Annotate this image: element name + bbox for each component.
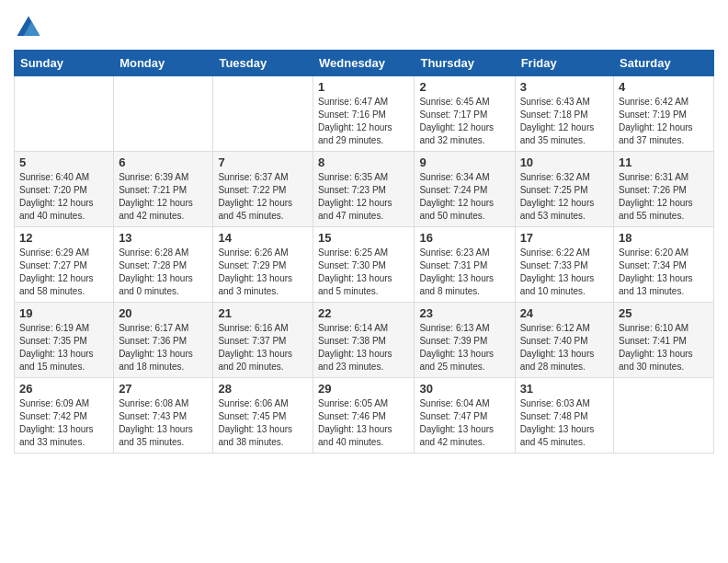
day-info: Sunrise: 6:34 AM Sunset: 7:24 PM Dayligh… (419, 171, 509, 223)
day-info: Sunrise: 6:42 AM Sunset: 7:19 PM Dayligh… (619, 96, 709, 147)
weekday-header-monday: Monday (114, 51, 213, 76)
week-row-4: 19Sunrise: 6:19 AM Sunset: 7:35 PM Dayli… (15, 303, 714, 378)
day-info: Sunrise: 6:12 AM Sunset: 7:40 PM Dayligh… (520, 322, 609, 373)
calendar-cell: 6Sunrise: 6:39 AM Sunset: 7:21 PM Daylig… (114, 152, 213, 227)
calendar-cell: 24Sunrise: 6:12 AM Sunset: 7:40 PM Dayli… (515, 303, 613, 378)
calendar-cell: 13Sunrise: 6:28 AM Sunset: 7:28 PM Dayli… (114, 227, 213, 303)
calendar-cell: 5Sunrise: 6:40 AM Sunset: 7:20 PM Daylig… (15, 152, 114, 227)
day-number: 22 (318, 306, 409, 320)
page: SundayMondayTuesdayWednesdayThursdayFrid… (0, 0, 728, 563)
calendar-cell: 17Sunrise: 6:22 AM Sunset: 7:33 PM Dayli… (515, 227, 613, 303)
day-number: 24 (520, 306, 609, 320)
day-info: Sunrise: 6:16 AM Sunset: 7:37 PM Dayligh… (218, 322, 308, 373)
calendar-cell (614, 378, 714, 454)
day-number: 25 (619, 306, 709, 320)
week-row-2: 5Sunrise: 6:40 AM Sunset: 7:20 PM Daylig… (15, 152, 714, 227)
day-number: 1 (318, 80, 409, 94)
day-info: Sunrise: 6:19 AM Sunset: 7:35 PM Dayligh… (19, 322, 108, 373)
day-number: 4 (619, 80, 709, 94)
day-number: 19 (19, 306, 108, 320)
day-info: Sunrise: 6:37 AM Sunset: 7:22 PM Dayligh… (218, 171, 308, 223)
day-number: 13 (119, 231, 208, 245)
logo-icon (14, 13, 43, 42)
calendar-cell: 4Sunrise: 6:42 AM Sunset: 7:19 PM Daylig… (614, 76, 714, 152)
calendar-cell: 26Sunrise: 6:09 AM Sunset: 7:42 PM Dayli… (15, 378, 114, 454)
day-info: Sunrise: 6:45 AM Sunset: 7:17 PM Dayligh… (419, 96, 509, 147)
calendar-cell: 31Sunrise: 6:03 AM Sunset: 7:48 PM Dayli… (515, 378, 613, 454)
day-info: Sunrise: 6:13 AM Sunset: 7:39 PM Dayligh… (419, 322, 509, 373)
day-info: Sunrise: 6:10 AM Sunset: 7:41 PM Dayligh… (619, 322, 709, 373)
day-info: Sunrise: 6:47 AM Sunset: 7:16 PM Dayligh… (318, 96, 409, 147)
calendar-cell: 15Sunrise: 6:25 AM Sunset: 7:30 PM Dayli… (313, 227, 415, 303)
calendar-cell: 11Sunrise: 6:31 AM Sunset: 7:26 PM Dayli… (614, 152, 714, 227)
day-number: 12 (19, 231, 108, 245)
day-info: Sunrise: 6:35 AM Sunset: 7:23 PM Dayligh… (318, 171, 409, 223)
calendar-cell: 8Sunrise: 6:35 AM Sunset: 7:23 PM Daylig… (313, 152, 415, 227)
calendar-cell: 3Sunrise: 6:43 AM Sunset: 7:18 PM Daylig… (515, 76, 613, 152)
weekday-header-wednesday: Wednesday (313, 51, 415, 76)
calendar-cell (213, 76, 313, 152)
header (14, 9, 714, 42)
day-number: 20 (119, 306, 208, 320)
day-number: 15 (318, 231, 409, 245)
day-number: 2 (419, 80, 509, 94)
calendar-cell: 19Sunrise: 6:19 AM Sunset: 7:35 PM Dayli… (15, 303, 114, 378)
day-number: 5 (19, 155, 108, 169)
calendar-cell (15, 76, 114, 152)
day-number: 16 (419, 231, 509, 245)
calendar-cell: 25Sunrise: 6:10 AM Sunset: 7:41 PM Dayli… (614, 303, 714, 378)
day-info: Sunrise: 6:32 AM Sunset: 7:25 PM Dayligh… (520, 171, 609, 223)
day-info: Sunrise: 6:08 AM Sunset: 7:43 PM Dayligh… (119, 397, 208, 449)
day-info: Sunrise: 6:25 AM Sunset: 7:30 PM Dayligh… (318, 247, 409, 298)
day-info: Sunrise: 6:23 AM Sunset: 7:31 PM Dayligh… (419, 247, 509, 298)
day-number: 9 (419, 155, 509, 169)
day-number: 18 (619, 231, 709, 245)
day-number: 31 (520, 382, 609, 396)
week-row-5: 26Sunrise: 6:09 AM Sunset: 7:42 PM Dayli… (15, 378, 714, 454)
calendar-cell: 7Sunrise: 6:37 AM Sunset: 7:22 PM Daylig… (213, 152, 313, 227)
day-info: Sunrise: 6:40 AM Sunset: 7:20 PM Dayligh… (19, 171, 108, 223)
day-info: Sunrise: 6:39 AM Sunset: 7:21 PM Dayligh… (119, 171, 208, 223)
weekday-header-friday: Friday (515, 51, 613, 76)
day-info: Sunrise: 6:05 AM Sunset: 7:46 PM Dayligh… (318, 397, 409, 449)
week-row-1: 1Sunrise: 6:47 AM Sunset: 7:16 PM Daylig… (15, 76, 714, 152)
logo (14, 13, 47, 42)
calendar-cell: 23Sunrise: 6:13 AM Sunset: 7:39 PM Dayli… (415, 303, 515, 378)
weekday-header-sunday: Sunday (15, 51, 114, 76)
calendar-cell: 14Sunrise: 6:26 AM Sunset: 7:29 PM Dayli… (213, 227, 313, 303)
day-number: 17 (520, 231, 609, 245)
calendar-cell: 12Sunrise: 6:29 AM Sunset: 7:27 PM Dayli… (15, 227, 114, 303)
weekday-header-saturday: Saturday (614, 51, 714, 76)
day-info: Sunrise: 6:22 AM Sunset: 7:33 PM Dayligh… (520, 247, 609, 298)
weekday-header-row: SundayMondayTuesdayWednesdayThursdayFrid… (15, 51, 714, 76)
calendar-cell: 1Sunrise: 6:47 AM Sunset: 7:16 PM Daylig… (313, 76, 415, 152)
day-number: 29 (318, 382, 409, 396)
day-info: Sunrise: 6:28 AM Sunset: 7:28 PM Dayligh… (119, 247, 208, 298)
calendar-cell: 9Sunrise: 6:34 AM Sunset: 7:24 PM Daylig… (415, 152, 515, 227)
day-info: Sunrise: 6:03 AM Sunset: 7:48 PM Dayligh… (520, 397, 609, 449)
day-number: 30 (419, 382, 509, 396)
day-info: Sunrise: 6:09 AM Sunset: 7:42 PM Dayligh… (19, 397, 108, 449)
day-number: 8 (318, 155, 409, 169)
day-number: 7 (218, 155, 308, 169)
day-number: 21 (218, 306, 308, 320)
day-number: 23 (419, 306, 509, 320)
calendar-cell (114, 76, 213, 152)
calendar-cell: 27Sunrise: 6:08 AM Sunset: 7:43 PM Dayli… (114, 378, 213, 454)
day-info: Sunrise: 6:26 AM Sunset: 7:29 PM Dayligh… (218, 247, 308, 298)
day-number: 6 (119, 155, 208, 169)
day-info: Sunrise: 6:20 AM Sunset: 7:34 PM Dayligh… (619, 247, 709, 298)
calendar-cell: 30Sunrise: 6:04 AM Sunset: 7:47 PM Dayli… (415, 378, 515, 454)
day-info: Sunrise: 6:43 AM Sunset: 7:18 PM Dayligh… (520, 96, 609, 147)
calendar-cell: 18Sunrise: 6:20 AM Sunset: 7:34 PM Dayli… (614, 227, 714, 303)
calendar-cell: 10Sunrise: 6:32 AM Sunset: 7:25 PM Dayli… (515, 152, 613, 227)
calendar-cell: 28Sunrise: 6:06 AM Sunset: 7:45 PM Dayli… (213, 378, 313, 454)
calendar-cell: 29Sunrise: 6:05 AM Sunset: 7:46 PM Dayli… (313, 378, 415, 454)
day-number: 14 (218, 231, 308, 245)
day-number: 10 (520, 155, 609, 169)
week-row-3: 12Sunrise: 6:29 AM Sunset: 7:27 PM Dayli… (15, 227, 714, 303)
weekday-header-tuesday: Tuesday (213, 51, 313, 76)
day-number: 27 (119, 382, 208, 396)
calendar: SundayMondayTuesdayWednesdayThursdayFrid… (14, 50, 714, 454)
calendar-cell: 22Sunrise: 6:14 AM Sunset: 7:38 PM Dayli… (313, 303, 415, 378)
